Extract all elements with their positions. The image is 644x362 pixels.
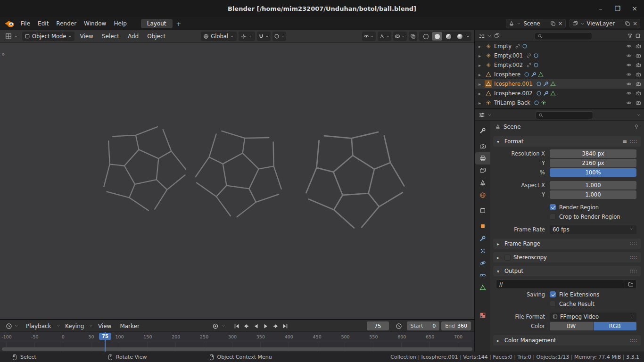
chevron-down-icon[interactable]: [370, 34, 374, 39]
expand-arrow-icon[interactable]: ▸: [479, 100, 485, 106]
outliner-search-input[interactable]: [545, 33, 582, 39]
tab-collection[interactable]: [475, 205, 490, 217]
object-name[interactable]: Icosphere.001: [494, 81, 533, 87]
proportional-editing-icon[interactable]: [274, 33, 280, 39]
outliner-row-icosphere[interactable]: ▸ Icosphere: [475, 70, 644, 79]
pivot-point-selector[interactable]: [239, 32, 255, 41]
tab-physics[interactable]: [475, 257, 490, 269]
timeline-menu-view[interactable]: View: [95, 321, 115, 331]
viewport-menu-view[interactable]: View: [76, 32, 96, 41]
format-presets-icon[interactable]: ≡: [622, 138, 627, 145]
resolution-percentage-slider[interactable]: 100%: [550, 168, 636, 177]
outliner-editor-icon[interactable]: [479, 33, 485, 39]
constraint-icon[interactable]: [533, 53, 539, 58]
viewport-menu-select[interactable]: Select: [99, 32, 123, 41]
modifier-icon[interactable]: [543, 90, 549, 96]
resolution-x-field[interactable]: 3840 px: [550, 149, 636, 158]
mesh-data-icon[interactable]: [538, 72, 544, 77]
current-frame-field[interactable]: 75: [367, 321, 389, 330]
chevron-down-icon[interactable]: [487, 113, 492, 117]
xray-toggle[interactable]: [409, 32, 417, 41]
tab-constraints[interactable]: [475, 269, 490, 281]
panel-color-management-header[interactable]: ▸ Color Management ∷∷: [493, 335, 641, 346]
tab-object-data[interactable]: [475, 281, 490, 294]
object-data-icon[interactable]: [536, 90, 542, 96]
output-path-input[interactable]: [496, 281, 625, 288]
tab-tool[interactable]: [475, 124, 490, 137]
disable-in-renders-camera-icon[interactable]: [636, 81, 641, 87]
outliner-row-icosphere-002[interactable]: ▸ Icosphere.002: [475, 89, 644, 98]
prev-keyframe-button[interactable]: [242, 321, 250, 330]
expand-arrow-icon[interactable]: ▸: [479, 82, 485, 87]
menu-render[interactable]: Render: [52, 19, 80, 28]
menu-help[interactable]: Help: [110, 19, 130, 28]
disable-in-renders-camera-icon[interactable]: [636, 43, 641, 49]
tab-view-layer[interactable]: [475, 165, 490, 177]
3d-viewport[interactable]: Object Mode View Select Add Object Globa…: [0, 30, 474, 319]
editor-type-selector[interactable]: [3, 32, 20, 41]
panel-drag-dots-icon[interactable]: ∷∷: [630, 255, 637, 261]
overlays-group[interactable]: [393, 32, 407, 41]
chevron-down-icon[interactable]: [466, 34, 470, 39]
outliner-row-trilamp-back[interactable]: ▸ TriLamp-Back: [475, 98, 644, 107]
minimize-button[interactable]: –: [597, 5, 604, 12]
blender-logo-icon[interactable]: [4, 19, 15, 28]
tab-modifiers[interactable]: [475, 232, 490, 245]
resolution-y-field[interactable]: 2160 px: [550, 159, 636, 167]
outliner-row-trilamp-fill[interactable]: ▸ TriLamp-Fill: [475, 107, 644, 108]
mesh-data-icon[interactable]: [550, 81, 556, 87]
timeline-scrollbar[interactable]: [2, 347, 472, 351]
color-rgb-button[interactable]: RGB: [594, 322, 637, 330]
close-button[interactable]: ×: [631, 5, 638, 12]
light-data-icon[interactable]: [541, 100, 546, 106]
expand-arrow-icon[interactable]: ▸: [479, 53, 485, 58]
shading-material-button[interactable]: [443, 32, 454, 41]
tab-object[interactable]: [475, 220, 490, 232]
object-data-icon[interactable]: [536, 81, 542, 87]
panel-collapsed-arrow-icon[interactable]: ▸: [497, 241, 502, 247]
empty-object-icon[interactable]: [485, 52, 492, 59]
panel-expanded-arrow-icon[interactable]: ▾: [497, 269, 502, 274]
timeline-menu-marker[interactable]: Marker: [116, 321, 142, 331]
constraint-icon[interactable]: [522, 43, 528, 49]
menu-file[interactable]: File: [17, 19, 34, 28]
mesh-object-icon[interactable]: [485, 80, 492, 88]
mesh-object-icon[interactable]: [485, 90, 492, 97]
add-workspace-button[interactable]: +: [173, 19, 185, 28]
new-collection-icon[interactable]: [635, 33, 641, 39]
aspect-y-field[interactable]: 1.000: [550, 190, 636, 199]
panel-drag-dots-icon[interactable]: ∷∷: [630, 268, 637, 274]
unlink-scene-icon[interactable]: ×: [558, 20, 563, 27]
chevron-down-icon[interactable]: [265, 34, 269, 39]
aspect-x-field[interactable]: 1.000: [550, 181, 636, 189]
mesh-object-icon[interactable]: [485, 71, 492, 78]
scene-name[interactable]: Scene: [523, 20, 547, 27]
chevron-down-icon[interactable]: [487, 34, 492, 38]
properties-search[interactable]: [536, 111, 593, 119]
mode-selector[interactable]: Object Mode: [22, 32, 74, 41]
disable-in-renders-camera-icon[interactable]: [636, 90, 641, 96]
snap-toggle-group[interactable]: [257, 32, 271, 41]
constraint-icon[interactable]: [533, 62, 539, 68]
workspace-tab-layout[interactable]: Layout: [141, 19, 173, 28]
pin-icon[interactable]: [634, 124, 639, 130]
disable-in-renders-camera-icon[interactable]: [636, 53, 641, 58]
expand-arrow-icon[interactable]: ▸: [479, 44, 485, 49]
modifier-icon[interactable]: [543, 81, 549, 87]
empty-object-icon[interactable]: [485, 61, 492, 69]
filter-icon[interactable]: [627, 33, 633, 39]
outliner-row-empty-002[interactable]: ▸ Empty.002: [475, 60, 644, 70]
timeline-menu-keying[interactable]: Keying: [62, 321, 87, 331]
tab-render[interactable]: [475, 140, 490, 152]
animation-data-icon[interactable]: [526, 62, 532, 68]
hide-in-viewport-eye-icon[interactable]: [626, 53, 632, 58]
panel-drag-dots-icon[interactable]: ∷∷: [630, 337, 637, 344]
disable-in-renders-camera-icon[interactable]: [636, 62, 641, 68]
use-preview-range-icon[interactable]: [396, 323, 402, 329]
panel-output-header[interactable]: ▾ Output ∷∷: [493, 266, 641, 276]
expand-arrow-icon[interactable]: ▸: [479, 72, 485, 77]
chevron-down-icon[interactable]: [636, 113, 641, 117]
cache-result-checkbox[interactable]: [550, 301, 556, 307]
browse-folder-button[interactable]: [625, 280, 636, 289]
titlebar[interactable]: Blender [/home/mim232007/Unduhan/botol/b…: [0, 0, 644, 17]
